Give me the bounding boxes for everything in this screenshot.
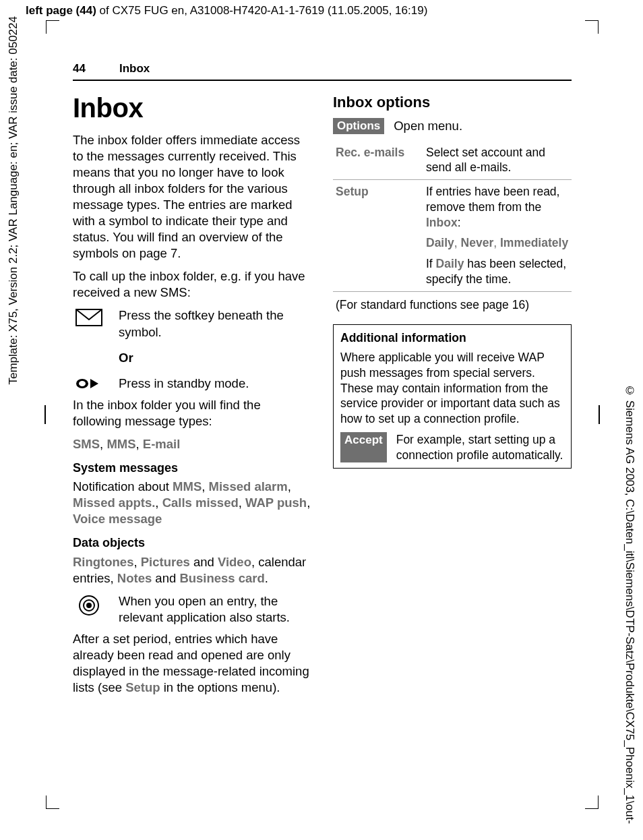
type-sms: SMS <box>73 437 100 451</box>
options-line: Options Open menu. <box>333 118 572 134</box>
type-email: E-mail <box>143 437 181 451</box>
option-value: Select set account and send all e-mails. <box>426 145 569 176</box>
info-title: Additional information <box>340 330 564 346</box>
content-area: 44 Inbox Inbox The inbox folder offers i… <box>73 62 572 782</box>
callup-paragraph: To call up the inbox folder, e.g. if you… <box>73 268 311 301</box>
left-column: Inbox The inbox folder offers immediate … <box>73 90 311 702</box>
template-info-vertical: Template: X75, Version 2.2; VAR Language… <box>7 16 20 385</box>
crop-tick <box>599 405 600 424</box>
setup-ref: Setup <box>125 680 160 694</box>
after-period-paragraph: After a set period, entries which have a… <box>73 631 311 696</box>
data-objects-heading: Data objects <box>73 535 311 551</box>
page-number: 44 <box>73 62 86 76</box>
type-mms: MMS <box>106 437 135 451</box>
options-softkey[interactable]: Options <box>333 118 384 134</box>
option-key: Rec. e-mails <box>336 145 417 176</box>
copyright-path-vertical: © Siemens AG 2003, C:\Daten_itl\Siemens\… <box>623 384 636 824</box>
data-objects-list: Ringtones, Pictures and Video, calendar … <box>73 554 311 587</box>
crop-tick <box>44 405 46 424</box>
accept-softkey[interactable]: Accept <box>340 432 387 463</box>
system-messages-list: Notification about MMS, Missed alarm, Mi… <box>73 479 311 527</box>
print-header: left page (44) of CX75 FUG en, A31008-H7… <box>26 4 427 18</box>
additional-info-box: Additional information Where applicable … <box>333 324 572 469</box>
option-value: If entries have been read, remove them f… <box>426 184 569 287</box>
accept-text: For example, start setting up a connecti… <box>396 432 564 463</box>
right-column: Inbox options Options Open menu. Rec. e-… <box>333 90 572 702</box>
svg-marker-3 <box>90 379 98 388</box>
crop-mark <box>585 20 599 34</box>
joystick-right-icon <box>73 376 105 390</box>
standard-functions-note: (For standard functions see page 16) <box>333 296 572 314</box>
crop-mark <box>585 796 599 809</box>
info-paragraph: Where applicable you will receive WAP pu… <box>340 350 564 427</box>
inbox-options-heading: Inbox options <box>333 93 572 113</box>
svg-point-2 <box>79 381 86 386</box>
svg-point-6 <box>86 603 92 608</box>
open-menu-text: Open menu. <box>394 118 462 134</box>
option-row-rec-emails: Rec. e-mails Select set account and send… <box>333 141 572 181</box>
open-entry-instruction: When you open an entry, the relevant app… <box>119 593 311 626</box>
or-separator: Or <box>119 350 311 366</box>
softkey-instruction: Press the softkey beneath the symbol. <box>119 307 311 340</box>
page-position: left page (44) <box>26 4 96 17</box>
msg-types: SMS, MMS, E-mail <box>73 436 311 452</box>
page-title: Inbox <box>73 90 311 125</box>
standby-instruction: Press in standby mode. <box>119 376 311 392</box>
intro-paragraph: The inbox folder offers immediate access… <box>73 132 311 262</box>
envelope-icon <box>73 307 105 326</box>
running-head: 44 Inbox <box>73 62 572 81</box>
page-frame: 44 Inbox Inbox The inbox folder offers i… <box>46 20 599 809</box>
types-paragraph: In the inbox folder you will find the fo… <box>73 397 311 429</box>
system-messages-heading: System messages <box>73 460 311 476</box>
crop-mark <box>46 20 59 34</box>
running-head-title: Inbox <box>119 62 150 76</box>
option-row-setup: Setup If entries have been read, remove … <box>333 180 572 292</box>
center-key-icon <box>73 593 105 616</box>
doc-id: of CX75 FUG en, A31008-H7420-A1-1-7619 (… <box>96 4 427 17</box>
crop-mark <box>46 796 59 809</box>
option-key: Setup <box>336 184 417 287</box>
